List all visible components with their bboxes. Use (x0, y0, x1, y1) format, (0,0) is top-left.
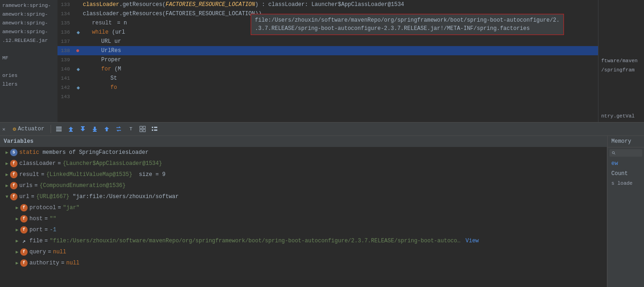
line-content-133: classLoader.getResources(FACTORIES_RESOU… (83, 1, 598, 8)
line-content-137: URL ur (83, 38, 598, 45)
code-area: file:/Users/zhouxin/software/mavenRepo/o… (58, 0, 598, 122)
right-line-maven: ftware/maven (599, 56, 643, 65)
var-icon-classloader: f (10, 160, 17, 167)
var-eq-authority: = (61, 260, 64, 266)
right-line (599, 10, 643, 19)
var-row-static[interactable]: ▶ S static members of SpringFactoriesLoa… (0, 147, 607, 158)
left-sidebar: ramework:spring- amework:spring- amework… (0, 0, 58, 122)
var-name-static: static (19, 149, 39, 156)
line-number-142: 142 (58, 85, 74, 90)
toolbar-btn-t[interactable]: T (126, 124, 136, 134)
var-row-protocol[interactable]: ▶ f protocol = "jar" (0, 202, 607, 213)
line-number-134: 134 (58, 11, 74, 17)
editor-area: ramework:spring- amework:spring- amework… (0, 0, 644, 122)
right-line (599, 93, 643, 102)
svg-rect-12 (152, 129, 153, 131)
var-row-port[interactable]: ▶ f port = -1 (0, 224, 607, 235)
view-file-link[interactable]: View (466, 238, 479, 244)
var-size-result: size = 9 (132, 171, 166, 178)
line-content-141: St (83, 75, 598, 82)
var-row-file[interactable]: ▶ ↗ file = "file:/Users/zhouxin/software… (0, 235, 607, 246)
toolbar-btn-lines[interactable] (54, 124, 64, 134)
code-line-138: 138 ● UrlRes (58, 46, 598, 55)
expand-port[interactable]: ▶ (14, 227, 20, 233)
grid-icon (139, 126, 146, 132)
line-number-138: 138 (58, 48, 74, 53)
svg-rect-9 (143, 129, 145, 132)
svg-rect-2 (56, 130, 62, 131)
toolbar-btn-grid[interactable] (138, 124, 148, 134)
expand-classloader[interactable]: ▶ (4, 161, 10, 166)
right-line (599, 102, 643, 111)
toolbar-btn-up[interactable] (66, 124, 76, 134)
sidebar-item: amework:spring- (0, 10, 58, 18)
expand-authority[interactable]: ▶ (14, 260, 20, 266)
search-box[interactable] (610, 149, 642, 157)
var-value-port: -1 (50, 227, 56, 233)
var-icon-query: f (20, 248, 28, 256)
var-eq-urls: = (34, 182, 38, 189)
lines-icon (56, 126, 62, 132)
right-line (599, 1, 643, 10)
var-value-urls: {CompoundEnumeration@1536} (40, 182, 126, 189)
line-indicator-142: ◆ (74, 84, 83, 91)
actuator-tab-label: Actuator (18, 126, 45, 132)
expand-query[interactable]: ▶ (14, 249, 20, 255)
expand-host[interactable]: ▶ (14, 216, 20, 222)
svg-rect-13 (154, 129, 157, 131)
var-row-query[interactable]: ▶ f query = null (0, 246, 607, 258)
var-row-url[interactable]: ▼ f url = {URL@1667} "jar:file:/Users/zh… (0, 191, 607, 202)
view-label[interactable]: ew (608, 158, 644, 169)
step-down2-icon (92, 126, 98, 132)
sidebar-item: MF (0, 53, 58, 62)
var-icon-static: S (10, 149, 17, 156)
tooltip-overlay: file:/Users/zhouxin/software/mavenRepo/o… (251, 14, 564, 35)
close-icon[interactable]: ✕ (2, 126, 6, 132)
var-name-file: file (29, 238, 43, 244)
sidebar-item: llers (0, 80, 58, 88)
line-content-139: Proper (83, 57, 598, 63)
expand-result[interactable]: ▶ (4, 172, 10, 177)
sidebar-item (0, 62, 58, 71)
toolbar-btn-swap[interactable] (114, 124, 124, 134)
var-icon-port: f (20, 226, 28, 234)
sidebar-item: ories (0, 71, 58, 80)
var-row-host[interactable]: ▶ f host = "" (0, 213, 607, 224)
line-content-140: for (M (83, 66, 598, 72)
code-line-133: 133 classLoader.getResources(FACTORIES_R… (58, 0, 598, 9)
toolbar-btn-down1[interactable] (78, 124, 88, 134)
sidebar-item: ramework:spring- (0, 1, 58, 10)
svg-rect-1 (56, 129, 62, 129)
sidebar-item: amework:spring- (0, 27, 58, 36)
svg-rect-6 (140, 126, 142, 129)
svg-rect-3 (69, 131, 73, 132)
var-row-authority[interactable]: ▶ f authority = null (0, 258, 607, 269)
toolbar-btn-lines2[interactable] (150, 124, 160, 134)
var-row-urls[interactable]: ▶ f urls = {CompoundEnumeration@1536} (0, 180, 607, 191)
var-row-classloader[interactable]: ▶ f classLoader = {Launcher$AppClassLoad… (0, 158, 607, 169)
expand-protocol[interactable]: ▶ (14, 205, 20, 211)
actuator-tab[interactable]: ⚙ Actuator (9, 124, 48, 134)
line-number-141: 141 (58, 76, 74, 81)
sidebar-item (0, 45, 58, 53)
expand-file[interactable]: ▶ (14, 238, 20, 244)
trace-icon: T (129, 126, 132, 132)
expand-static[interactable]: ▶ (4, 150, 10, 155)
code-line-139: 139 Proper (58, 55, 598, 64)
search-input[interactable] (617, 150, 640, 156)
line-number-135: 135 (58, 20, 74, 26)
toolbar-btn-up2[interactable] (102, 124, 112, 134)
svg-point-14 (612, 152, 615, 154)
right-line (599, 38, 643, 47)
var-row-result[interactable]: ▶ f result = {LinkedMultiValueMap@1535} … (0, 169, 607, 180)
variables-panel: Variables ▶ S static members of SpringFa… (0, 136, 607, 287)
expand-url[interactable]: ▼ (4, 194, 10, 199)
toolbar-btn-down2[interactable] (90, 124, 100, 134)
swap-icon (115, 126, 122, 132)
right-line (599, 84, 643, 93)
expand-urls[interactable]: ▶ (4, 183, 10, 188)
var-value-static: members of SpringFactoriesLoader (39, 149, 149, 156)
code-line-141: 141 St (58, 74, 598, 83)
sidebar-item: .12.RELEASE.jar (0, 36, 58, 45)
var-eq-classloader: = (58, 160, 61, 167)
